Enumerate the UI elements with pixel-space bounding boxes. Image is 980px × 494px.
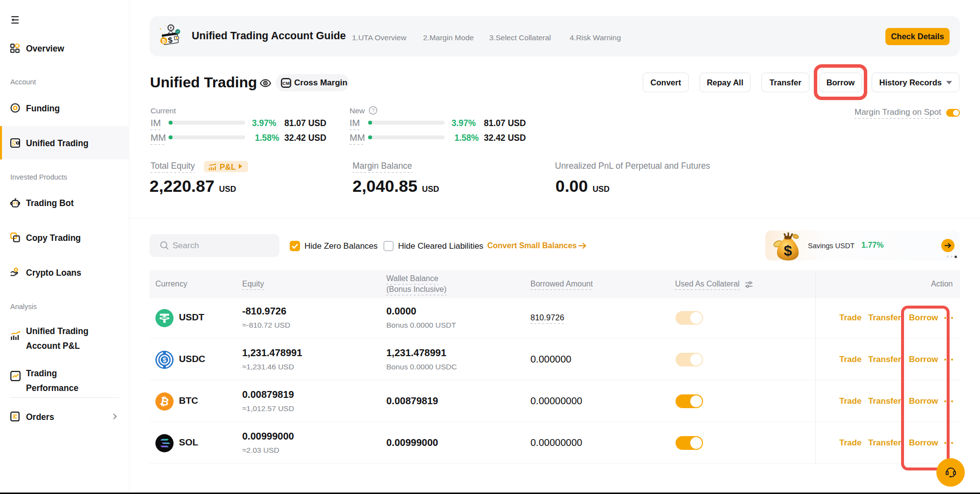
svg-text:?: ? (372, 107, 375, 113)
svg-text:CM: CM (282, 80, 290, 86)
svg-text:$: $ (163, 356, 167, 364)
svg-text:$: $ (784, 242, 792, 259)
